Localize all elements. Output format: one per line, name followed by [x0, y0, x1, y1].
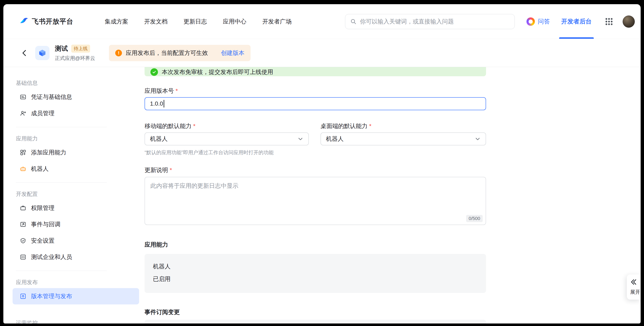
sidebar-section-capability: 应用能力 [3, 132, 144, 144]
sidebar-divider [16, 127, 107, 127]
expand-panel-button[interactable]: 展开 [627, 274, 641, 300]
double-chevron-left-icon [630, 279, 640, 285]
primary-nav: 集成方案 开发文档 更新日志 应用中心 开发者广场 [105, 18, 292, 26]
publish-notice-banner: ! 应用发布后，当前配置方可生效 创建版本 [109, 45, 250, 61]
notice-text: 应用发布后，当前配置方可生效 [126, 49, 208, 57]
top-navbar: 飞书开放平台 集成方案 开发文档 更新日志 应用中心 开发者广场 问答 开发者后… [3, 4, 641, 39]
sidebar-item-label: 成员管理 [31, 109, 54, 117]
event-callback-icon [20, 221, 26, 228]
char-counter: 0/500 [466, 215, 483, 222]
capabilities-title: 应用能力 [144, 240, 641, 249]
capability-hint: “默认的应用功能”即用户通过工作台访问应用时打开的功能 [144, 149, 641, 156]
brand[interactable]: 飞书开放平台 [19, 17, 73, 26]
expand-label: 展开 [630, 289, 640, 296]
search-input[interactable] [360, 18, 510, 25]
required-mark: * [193, 123, 196, 129]
select-value: 机器人 [326, 135, 344, 143]
back-button[interactable] [20, 49, 28, 57]
sidebar-item-label: 安全设置 [31, 237, 54, 245]
sidebar-item-label: 机器人 [31, 165, 48, 173]
nav-link-changelog[interactable]: 更新日志 [184, 18, 207, 26]
required-mark: * [176, 88, 178, 94]
desktop-capability-select[interactable]: 机器人 [320, 132, 486, 146]
tab-developer-console[interactable]: 开发者后台 [561, 4, 592, 39]
sidebar-item-label: 权限管理 [31, 204, 54, 212]
qa-ring-icon [526, 18, 535, 26]
required-mark: * [369, 123, 372, 129]
app-window: 飞书开放平台 集成方案 开发文档 更新日志 应用中心 开发者广场 问答 开发者后… [3, 4, 641, 324]
capabilities-box: 机器人 已启用 [144, 254, 486, 293]
version-value: 1.0.0 [150, 100, 163, 107]
main-content: 本次发布免审核，提交发布后即可上线使用 应用版本号* 1.0.0 移动端的默认能… [144, 67, 641, 324]
mobile-capability-select[interactable]: 机器人 [144, 132, 309, 146]
sidebar-divider [16, 271, 107, 271]
active-tab-indicator [559, 37, 594, 39]
version-input[interactable]: 1.0.0 [144, 97, 486, 110]
console-label: 开发者后台 [561, 18, 592, 26]
bot-icon [20, 166, 26, 172]
mobile-capability-label: 移动端的默认能力* [144, 122, 309, 130]
capability-status: 已启用 [153, 274, 486, 284]
sidebar-section-ops-monitor: 运营监控 [3, 317, 144, 324]
chevron-down-icon [475, 136, 480, 142]
create-version-link[interactable]: 创建版本 [221, 49, 244, 57]
sidebar-item-credentials[interactable]: 凭证与基础信息 [12, 89, 139, 105]
security-icon [20, 238, 26, 244]
version-label: 应用版本号* [144, 87, 641, 95]
credential-icon [20, 94, 26, 100]
app-identity: 测试 待上线 正式应用@环界云 [55, 44, 95, 62]
version-release-icon [20, 293, 26, 300]
nav-link-dev-plaza[interactable]: 开发者广场 [262, 18, 292, 26]
sidebar-divider [16, 182, 107, 183]
changelog-textarea[interactable] [144, 177, 486, 225]
success-banner: 本次发布免审核，提交发布后即可上线使用 [144, 67, 486, 76]
sidebar-item-bot[interactable]: 机器人 [12, 161, 139, 177]
select-value: 机器人 [150, 135, 168, 143]
qa-label: 问答 [538, 18, 550, 26]
status-badge: 待上线 [71, 45, 90, 52]
sidebar-section-basic: 基础信息 [3, 77, 144, 89]
warning-icon: ! [115, 50, 122, 56]
success-banner-text: 本次发布免审核，提交发布后即可上线使用 [162, 68, 273, 76]
add-capability-icon [20, 149, 26, 156]
sidebar-item-permissions[interactable]: 权限管理 [12, 200, 139, 216]
sidebar-section-dev-config: 开发配置 [3, 188, 144, 200]
events-title: 事件订阅变更 [144, 308, 641, 316]
app-meta: 正式应用@环界云 [55, 55, 95, 62]
sidebar-item-members[interactable]: 成员管理 [12, 105, 139, 122]
members-icon [20, 110, 26, 117]
success-check-icon [150, 68, 158, 76]
nav-link-integration[interactable]: 集成方案 [105, 18, 128, 26]
global-search[interactable] [345, 14, 515, 29]
changelog-label: 更新说明* [144, 166, 641, 174]
grid-apps-icon[interactable] [604, 17, 614, 26]
capability-name: 机器人 [153, 262, 486, 271]
user-avatar[interactable] [623, 16, 635, 28]
nav-link-docs[interactable]: 开发文档 [144, 18, 168, 26]
permission-icon [20, 205, 26, 212]
sidebar-item-add-capability[interactable]: 添加应用能力 [12, 144, 139, 161]
sidebar-item-label: 添加应用能力 [31, 148, 66, 156]
qa-entry[interactable]: 问答 [526, 18, 550, 26]
text-caret [164, 100, 164, 108]
required-mark: * [170, 167, 172, 173]
sidebar: 基础信息 凭证与基础信息 成员管理 应用能力 [3, 67, 144, 324]
nav-link-app-center[interactable]: 应用中心 [223, 18, 246, 26]
sidebar-item-test-org[interactable]: 测试企业和人员 [12, 249, 139, 265]
chevron-down-icon [298, 136, 303, 142]
sidebar-item-events[interactable]: 事件与回调 [12, 216, 139, 232]
sidebar-item-version-release[interactable]: 版本管理与发布 [12, 288, 139, 304]
desktop-capability-label: 桌面端的默认能力* [320, 122, 486, 130]
sidebar-item-label: 测试企业和人员 [31, 253, 72, 261]
app-name: 测试 [55, 44, 68, 53]
sidebar-item-label: 版本管理与发布 [31, 292, 72, 300]
test-org-icon [20, 254, 26, 260]
sidebar-item-label: 凭证与基础信息 [31, 93, 72, 101]
sidebar-item-security[interactable]: 安全设置 [12, 232, 139, 249]
search-icon [350, 18, 356, 25]
events-box [144, 320, 486, 324]
feishu-logo-icon [19, 17, 28, 26]
app-cube-icon [35, 46, 50, 60]
sidebar-item-label: 事件与回调 [31, 220, 60, 228]
brand-title: 飞书开放平台 [32, 17, 73, 26]
